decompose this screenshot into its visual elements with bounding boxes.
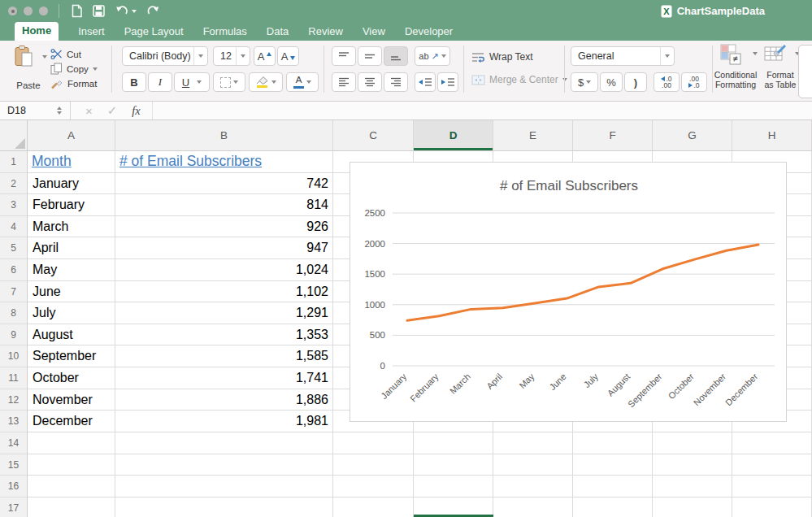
align-center-button[interactable]	[358, 72, 382, 92]
cell-G17[interactable]	[653, 497, 732, 517]
row-header-6[interactable]: 6	[0, 259, 28, 281]
cell-A4[interactable]: March	[28, 216, 115, 238]
tab-view[interactable]: View	[363, 24, 385, 41]
font-size-caret[interactable]	[236, 47, 250, 65]
align-top-button[interactable]	[332, 46, 356, 66]
close-button[interactable]	[8, 7, 17, 15]
name-box[interactable]: D18	[0, 102, 71, 119]
orientation-caret[interactable]	[441, 54, 446, 58]
comma-style-button[interactable]: )	[624, 72, 647, 92]
cell-A12[interactable]: November	[28, 389, 115, 411]
column-header-A[interactable]: A	[28, 120, 115, 151]
cell-A6[interactable]: May	[28, 259, 115, 281]
cell-G16[interactable]	[653, 476, 732, 497]
increase-decimal-button[interactable]: .0 .00	[654, 72, 680, 92]
cell-B6[interactable]: 1,024	[115, 259, 333, 281]
number-format-caret[interactable]	[660, 47, 674, 65]
cell-A17[interactable]	[28, 497, 115, 517]
merge-center-button[interactable]: Merge & Center	[471, 74, 567, 85]
cell-G14[interactable]	[653, 432, 732, 454]
conditional-formatting-button[interactable]: ≠	[720, 44, 758, 68]
row-header-4[interactable]: 4	[0, 216, 28, 238]
row-header-2[interactable]: 2	[0, 173, 28, 195]
minimize-button[interactable]	[24, 7, 33, 15]
cell-C16[interactable]	[333, 476, 414, 497]
decrease-decimal-button[interactable]: .00 .0	[681, 72, 707, 92]
cell-D14[interactable]	[414, 432, 493, 454]
underline-caret[interactable]	[197, 80, 202, 84]
cell-H14[interactable]	[732, 432, 812, 454]
tab-home[interactable]: Home	[15, 22, 59, 41]
borders-button[interactable]	[213, 72, 245, 92]
cell-B5[interactable]: 947	[115, 237, 333, 259]
cell-B3[interactable]: 814	[115, 194, 333, 216]
cell-B11[interactable]: 1,741	[115, 367, 333, 389]
cell-E15[interactable]	[493, 454, 573, 476]
cell-B2[interactable]: 742	[115, 173, 333, 195]
cell-H17[interactable]	[732, 497, 812, 517]
borders-caret[interactable]	[233, 80, 238, 84]
currency-caret[interactable]	[586, 80, 591, 84]
cell-C17[interactable]	[333, 497, 414, 517]
conditional-formatting-caret[interactable]	[753, 52, 758, 55]
cell-A13[interactable]: December	[28, 411, 115, 432]
percent-button[interactable]: %	[600, 72, 623, 92]
cell-H16[interactable]	[732, 476, 812, 497]
cell-E14[interactable]	[493, 432, 573, 454]
cell-H15[interactable]	[732, 454, 812, 476]
cell-F16[interactable]	[573, 476, 653, 497]
tab-insert[interactable]: Insert	[78, 24, 105, 41]
undo-dropdown-caret[interactable]	[132, 10, 137, 13]
cell-A7[interactable]: June	[28, 281, 115, 303]
tab-formulas[interactable]: Formulas	[203, 24, 247, 41]
column-header-G[interactable]: G	[653, 120, 732, 151]
format-as-table-button[interactable]	[764, 44, 797, 68]
cell-F15[interactable]	[573, 454, 653, 476]
save-button[interactable]	[93, 2, 105, 20]
row-header-10[interactable]: 10	[0, 345, 28, 367]
row-header-9[interactable]: 9	[0, 324, 28, 346]
redo-button[interactable]	[146, 2, 160, 20]
row-header-14[interactable]: 14	[0, 432, 28, 454]
row-header-11[interactable]: 11	[0, 367, 28, 389]
cell-B10[interactable]: 1,585	[115, 345, 333, 367]
align-middle-button[interactable]	[358, 46, 382, 66]
fill-color-button[interactable]	[249, 72, 283, 92]
font-color-button[interactable]: A	[286, 72, 319, 92]
cancel-button[interactable]: ×	[85, 104, 93, 118]
row-header-15[interactable]: 15	[0, 454, 28, 476]
number-format-combo[interactable]: General	[571, 46, 675, 66]
row-header-17[interactable]: 17	[0, 497, 28, 517]
cell-B13[interactable]: 1,981	[115, 411, 333, 432]
cell-E17[interactable]	[493, 497, 573, 517]
copy-dropdown-caret[interactable]	[93, 67, 98, 71]
undo-button[interactable]	[115, 2, 137, 20]
cell-A11[interactable]: October	[28, 367, 115, 389]
row-header-7[interactable]: 7	[0, 281, 28, 303]
row-header-1[interactable]: 1	[0, 151, 28, 173]
currency-button[interactable]: $	[571, 72, 598, 92]
row-header-5[interactable]: 5	[0, 237, 28, 259]
name-box-stepper[interactable]	[57, 106, 62, 115]
row-header-3[interactable]: 3	[0, 194, 28, 216]
grow-font-button[interactable]: A	[254, 46, 276, 66]
tab-review[interactable]: Review	[308, 24, 343, 41]
chart[interactable]: # of Email Subscribers050010001500200025…	[350, 162, 787, 422]
paste-dropdown-caret[interactable]	[42, 55, 47, 59]
accept-button[interactable]: ✓	[107, 103, 118, 118]
cell-B12[interactable]: 1,886	[115, 389, 333, 411]
zoom-button[interactable]	[39, 7, 48, 15]
align-left-button[interactable]	[332, 72, 356, 92]
tab-developer[interactable]: Developer	[405, 24, 453, 41]
column-header-H[interactable]: H	[732, 120, 812, 151]
select-all-corner[interactable]	[0, 120, 28, 151]
row-header-13[interactable]: 13	[0, 411, 28, 432]
align-right-button[interactable]	[384, 72, 408, 92]
cell-B4[interactable]: 926	[115, 216, 333, 238]
cell-D15[interactable]	[414, 454, 493, 476]
font-name-caret[interactable]	[193, 47, 207, 65]
row-header-12[interactable]: 12	[0, 389, 28, 411]
wrap-text-button[interactable]: Wrap Text	[471, 51, 533, 63]
align-bottom-button[interactable]	[384, 46, 408, 66]
column-header-E[interactable]: E	[493, 120, 573, 151]
